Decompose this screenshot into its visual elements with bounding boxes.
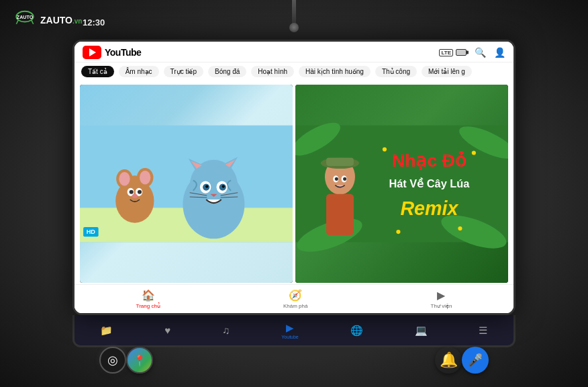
svg-point-28	[222, 185, 225, 188]
youtube-nav-label: Youtube	[281, 335, 298, 339]
filter-row: Tất cả Âm nhạc Trực tiếp Bóng đá Hoạt hì…	[75, 62, 513, 81]
bell-physical-button[interactable]: 🔔	[435, 347, 462, 374]
video-card-tomjerry[interactable]: HD	[80, 85, 293, 283]
screen-content: YouTube LTE 🔍 👤 Tất cả Âm nhạc	[75, 42, 513, 313]
ab-screen-btn[interactable]: 💻	[415, 325, 428, 337]
svg-point-45	[335, 177, 338, 181]
filter-chip-all[interactable]: Tất cả	[81, 66, 114, 77]
home-circle-icon: ◎	[107, 353, 118, 368]
screen-wrapper: YouTube LTE 🔍 👤 Tất cả Âm nhạc	[72, 40, 516, 347]
header-icons: LTE 🔍 👤	[439, 47, 505, 58]
watermark-logo: ZAUTO ZAUTO.vn 12:30	[12, 8, 82, 34]
svg-text:ZAUTO: ZAUTO	[17, 15, 34, 20]
youtube-logo-text: YouTube	[105, 47, 141, 58]
main-screen: YouTube LTE 🔍 👤 Tất cả Âm nhạc	[72, 40, 516, 315]
svg-text:Nhạc Đỏ: Nhạc Đỏ	[392, 150, 467, 171]
ab-youtube-btn[interactable]: ▶ Youtube	[281, 322, 298, 339]
status-bar: LTE	[439, 49, 467, 56]
account-icon[interactable]: 👤	[494, 47, 505, 58]
search-icon[interactable]: 🔍	[475, 47, 486, 58]
youtube-logo: YouTube	[83, 46, 141, 59]
svg-rect-42	[326, 158, 354, 166]
brand-domain: .vn	[72, 17, 82, 25]
thumbnail-tomjerry: HD	[80, 85, 293, 283]
svg-point-15	[138, 190, 142, 194]
brand-name: ZAUTO	[40, 15, 72, 26]
youtube-nav-icon: ▶	[286, 322, 294, 334]
filter-chip-live[interactable]: Trực tiếp	[164, 66, 203, 77]
files-icon: 📁	[100, 325, 113, 337]
filter-chip-cartoon[interactable]: Hoạt hình	[251, 66, 294, 77]
hamburger-icon: ☰	[479, 325, 487, 337]
time-display: 12:30	[83, 17, 105, 28]
videos-area: HD	[75, 81, 513, 284]
explore-tab-label: Khám phá	[283, 303, 307, 309]
library-tab-label: Thư viện	[431, 303, 452, 309]
svg-point-52	[472, 150, 476, 155]
svg-point-16	[132, 194, 138, 198]
battery-icon	[456, 49, 467, 56]
lte-badge: LTE	[439, 49, 453, 56]
bell-icon: 🔔	[440, 351, 458, 369]
youtube-play-triangle	[89, 48, 96, 56]
svg-point-54	[458, 226, 462, 230]
youtube-header: YouTube LTE 🔍 👤	[75, 42, 513, 62]
filter-chip-new[interactable]: Mới tải lên g	[422, 66, 472, 77]
music-note-icon: ♫	[222, 325, 230, 336]
svg-point-46	[343, 177, 346, 181]
filter-chip-football[interactable]: Bóng đá	[208, 66, 246, 77]
music-illustration: Nhạc Đỏ Hát Về Cây Lúa Remix	[295, 85, 508, 283]
svg-point-27	[205, 185, 208, 188]
tomjerry-illustration: HD	[80, 85, 293, 283]
zauto-logo-icon: ZAUTO	[12, 8, 38, 34]
svg-rect-47	[326, 194, 354, 235]
maps-physical-button[interactable]: 📍	[126, 347, 153, 374]
svg-text:Hát Về Cây Lúa: Hát Về Cây Lúa	[389, 177, 470, 189]
maps-pin-icon: 📍	[133, 354, 146, 367]
ab-files-btn[interactable]: 📁	[100, 325, 113, 337]
nav-tab-home[interactable]: 🏠 Trang chủ	[131, 288, 166, 310]
svg-text:Remix: Remix	[400, 198, 458, 219]
heart-icon: ♥	[164, 325, 170, 336]
svg-text:HD: HD	[87, 228, 96, 235]
nav-tab-explore[interactable]: 🧭 Khám phá	[278, 288, 313, 310]
filter-chip-comedy[interactable]: Hài kịch tình huống	[299, 66, 371, 77]
svg-point-53	[396, 230, 400, 234]
filter-chip-music[interactable]: Âm nhạc	[119, 66, 159, 77]
nav-tab-library[interactable]: ▶ Thư viện	[426, 288, 458, 310]
video-card-music[interactable]: Nhạc Đỏ Hát Về Cây Lúa Remix	[295, 85, 508, 283]
mic-icon: 🎤	[468, 353, 483, 368]
hanging-decoration	[292, 0, 296, 27]
globe-icon: 🌐	[350, 325, 363, 337]
home-physical-button[interactable]: ◎	[99, 347, 126, 374]
physical-buttons-row: ◎ 📍 🔔 🎤	[99, 347, 489, 374]
screen-icon: 💻	[415, 325, 428, 337]
car-background: ZAUTO ZAUTO.vn 12:30 YouTube	[0, 0, 588, 387]
filter-chip-handcraft[interactable]: Thủ công	[375, 66, 417, 77]
youtube-nav-tabs: 🏠 Trang chủ 🧭 Khám phá ▶ Thư viện	[75, 284, 513, 313]
android-auto-bar: 📁 ♥ ♫ ▶ Youtube 🌐 💻 ☰	[72, 315, 516, 347]
library-icon: ▶	[437, 289, 445, 302]
home-icon: 🏠	[142, 289, 155, 302]
svg-line-1	[16, 19, 18, 24]
home-tab-label: Trang chủ	[136, 303, 160, 309]
svg-point-51	[383, 147, 387, 151]
svg-point-9	[119, 172, 130, 185]
thumbnail-music: Nhạc Đỏ Hát Về Cây Lúa Remix	[295, 85, 508, 283]
ab-menu-btn[interactable]: ☰	[479, 325, 487, 337]
svg-point-11	[140, 171, 150, 184]
mic-physical-button[interactable]: 🎤	[462, 347, 489, 374]
svg-point-14	[130, 190, 134, 194]
svg-line-2	[32, 19, 34, 24]
ab-web-btn[interactable]: 🌐	[350, 325, 363, 337]
explore-icon: 🧭	[289, 289, 302, 302]
ab-favorites-btn[interactable]: ♥	[164, 325, 170, 336]
youtube-logo-icon	[83, 46, 101, 59]
ab-music-btn[interactable]: ♫	[222, 325, 230, 336]
